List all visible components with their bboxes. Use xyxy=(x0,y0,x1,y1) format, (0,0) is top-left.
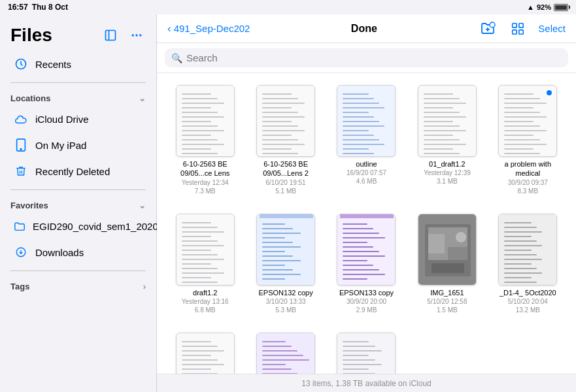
sidebar-item-ipad[interactable]: On My iPad xyxy=(3,132,154,158)
svg-rect-180 xyxy=(262,364,286,365)
file-meta: 5/10/20 12:58 1.5 MB xyxy=(427,297,467,314)
svg-rect-131 xyxy=(343,255,385,257)
status-left: 16:57 Thu 8 Oct xyxy=(8,3,68,12)
search-icon: 🔍 xyxy=(171,53,182,63)
svg-rect-14 xyxy=(519,23,523,27)
svg-rect-119 xyxy=(262,269,293,270)
file-item[interactable]: Project Sem Outline...08077916/9/20 08:1… xyxy=(248,329,323,374)
file-item[interactable]: _expected result a...clusionYesterday 13… xyxy=(167,329,243,374)
sidebar-item-recently-deleted[interactable]: Recently Deleted xyxy=(3,158,154,184)
file-item[interactable]: 6-10-2563 BE 09/05...ce LensYesterday 12… xyxy=(167,81,243,199)
search-bar: 🔍 xyxy=(157,43,576,73)
svg-rect-105 xyxy=(182,277,211,278)
file-item[interactable]: 6-10-2563 BE 09/05...Lens 26/10/20 19:51… xyxy=(248,81,323,199)
svg-rect-98 xyxy=(182,245,224,246)
divider-1 xyxy=(10,82,146,83)
svg-rect-153 xyxy=(504,259,542,260)
file-item[interactable]: IMG_16515/10/20 12:58 1.5 MB xyxy=(409,210,484,318)
nav-back-button[interactable]: ‹ 491_Sep-Dec202 xyxy=(167,22,250,35)
svg-rect-156 xyxy=(504,272,542,274)
nav-back-label: 491_Sep-Dec202 xyxy=(174,23,250,34)
file-item[interactable]: smartcity-mobilep...raft1-3Yesterday 13:… xyxy=(329,329,404,374)
on-my-ipad-label: On My iPad xyxy=(35,140,86,151)
file-item[interactable]: _D1-4_ 5Oct20205/10/20 20:04 13.2 MB xyxy=(490,210,566,318)
svg-rect-86 xyxy=(504,130,547,131)
nav-title: Done xyxy=(351,23,377,35)
sidebar-item-egid[interactable]: EGID290_covid_sem1_2020 xyxy=(3,213,154,239)
svg-rect-162 xyxy=(182,350,224,351)
svg-rect-135 xyxy=(343,274,385,275)
svg-rect-109 xyxy=(262,223,285,225)
file-name: 6-10-2563 BE 09/05...Lens 2 xyxy=(256,159,315,178)
file-name: outline xyxy=(356,159,377,169)
svg-rect-84 xyxy=(504,121,534,122)
svg-rect-129 xyxy=(343,246,373,248)
file-name: draft1.2 xyxy=(193,288,217,297)
locations-section[interactable]: Locations ⌄ xyxy=(0,88,156,106)
svg-rect-44 xyxy=(262,144,305,145)
folder-plus-button[interactable] xyxy=(478,19,498,39)
bottom-status: 13 items, 1.38 TB available on iCloud xyxy=(157,374,576,392)
svg-rect-155 xyxy=(504,268,537,269)
svg-rect-133 xyxy=(343,265,373,266)
sidebar-item-recents[interactable]: Recents xyxy=(3,51,154,77)
select-button[interactable]: Select xyxy=(538,23,566,34)
svg-rect-83 xyxy=(504,116,547,118)
grid-view-button[interactable] xyxy=(508,19,528,39)
more-button[interactable] xyxy=(127,26,146,44)
search-input[interactable] xyxy=(186,52,562,63)
sidebar-actions xyxy=(101,26,146,44)
svg-rect-111 xyxy=(262,233,301,234)
svg-rect-31 xyxy=(182,153,218,154)
svg-rect-145 xyxy=(504,222,532,223)
svg-rect-113 xyxy=(262,242,293,243)
tags-section[interactable]: Tags › xyxy=(0,276,156,294)
svg-rect-159 xyxy=(177,333,235,374)
file-grid: 6-10-2563 BE 09/05...ce LensYesterday 12… xyxy=(167,81,566,374)
svg-rect-191 xyxy=(343,346,375,347)
svg-rect-27 xyxy=(182,135,211,136)
svg-rect-154 xyxy=(504,263,532,265)
file-name: _D1-4_ 5Oct2020 xyxy=(500,288,556,297)
svg-rect-34 xyxy=(262,98,298,99)
file-meta: 5/10/20 20:04 13.2 MB xyxy=(508,297,548,314)
svg-rect-104 xyxy=(182,272,224,274)
svg-rect-108 xyxy=(260,214,313,218)
file-item[interactable]: 01_draft1.2Yesterday 12:39 3.1 MB xyxy=(409,81,484,199)
file-item[interactable]: EPSON132 copy3/10/20 13:33 5.3 MB xyxy=(248,210,323,318)
file-item[interactable]: draft1.2Yesterday 13:16 6.8 MB xyxy=(167,210,243,318)
svg-rect-100 xyxy=(182,254,218,255)
svg-rect-160 xyxy=(182,341,211,342)
sidebar-toggle-button[interactable] xyxy=(101,26,120,44)
favorites-section[interactable]: Favorites ⌄ xyxy=(0,195,156,213)
file-item[interactable]: a problem with medical30/9/20 09:37 8.3 … xyxy=(490,81,566,199)
file-name: EPSON132 copy xyxy=(259,288,313,297)
svg-rect-33 xyxy=(262,93,292,95)
tags-chevron-icon: › xyxy=(143,282,146,291)
svg-rect-36 xyxy=(262,107,292,108)
icloud-icon xyxy=(13,111,29,127)
clock-icon xyxy=(13,56,29,72)
sidebar-item-icloud[interactable]: iCloud Drive xyxy=(3,106,154,132)
svg-rect-30 xyxy=(182,148,211,150)
file-item[interactable]: outline16/9/20 07:57 4.6 MB xyxy=(329,81,404,199)
file-item[interactable]: EPSON133 copy30/9/20 20:00 2.9 MB xyxy=(329,210,404,318)
file-name: EPSON133 copy xyxy=(339,288,394,297)
svg-rect-67 xyxy=(424,112,460,113)
svg-rect-69 xyxy=(424,121,453,122)
folder-icon xyxy=(13,218,26,234)
svg-rect-93 xyxy=(182,222,211,223)
svg-rect-134 xyxy=(343,269,379,270)
svg-rect-179 xyxy=(262,359,309,361)
svg-rect-189 xyxy=(337,333,396,374)
svg-rect-49 xyxy=(343,98,374,99)
sidebar-item-downloads[interactable]: Downloads xyxy=(3,239,154,265)
svg-rect-39 xyxy=(262,121,292,122)
svg-rect-141 xyxy=(428,234,445,253)
divider-2 xyxy=(10,189,146,190)
search-container[interactable]: 🔍 xyxy=(165,48,568,67)
svg-rect-51 xyxy=(343,107,384,108)
svg-rect-101 xyxy=(182,259,224,260)
egid-label: EGID290_covid_sem1_2020 xyxy=(33,221,158,232)
recently-deleted-label: Recently Deleted xyxy=(35,166,110,177)
